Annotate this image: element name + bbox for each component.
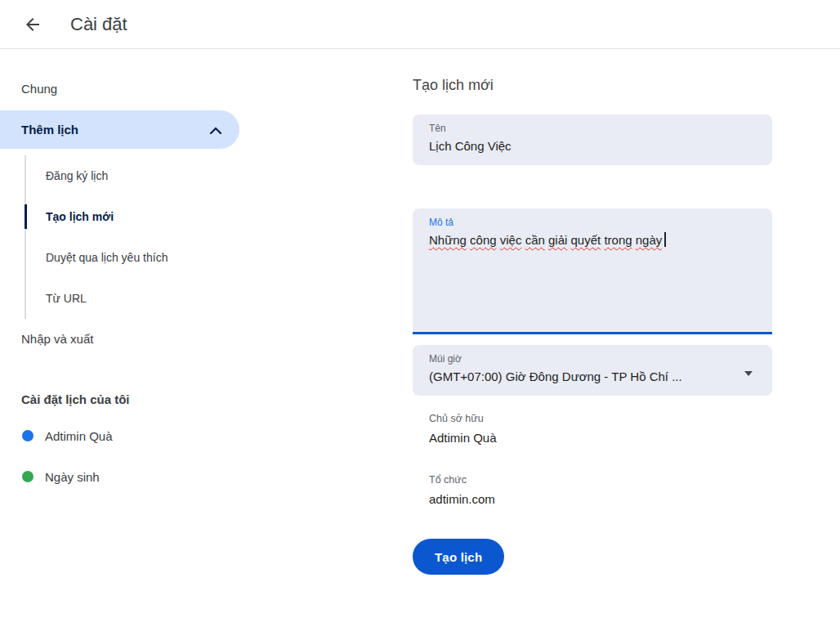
form-title: Tạo lịch mới xyxy=(413,77,772,94)
sidebar-item-import-export[interactable]: Nhập và xuất xyxy=(0,319,413,358)
description-field-value: Những công việc cần giải quyết trong ngà… xyxy=(429,231,756,249)
header: Cài đặt xyxy=(0,0,840,49)
calendar-label: Adtimin Quà xyxy=(45,429,113,443)
back-arrow-glyph xyxy=(23,15,42,34)
sidebar-item-calendar-ngay-sinh[interactable]: Ngày sinh xyxy=(0,456,413,497)
timezone-field-label: Múi giờ xyxy=(429,352,756,365)
sidebar: Chung Thêm lịch Đăng ký lịch Tạo lịch mớ… xyxy=(0,49,413,575)
owner-value: Adtimin Quà xyxy=(429,430,772,446)
calendar-color-dot-green xyxy=(22,471,34,482)
organization-label: Tổ chức xyxy=(429,473,772,487)
owner-field: Chủ sở hữu Adtimin Quà xyxy=(413,412,772,446)
sidebar-subitem-from-url[interactable]: Từ URL xyxy=(26,278,413,319)
organization-value: adtimin.com xyxy=(429,491,772,508)
add-calendar-submenu: Đăng ký lịch Tạo lịch mới Duyệt qua lịch… xyxy=(25,155,413,319)
sidebar-subitem-browse-calendars[interactable]: Duyệt qua lịch yêu thích xyxy=(26,237,413,278)
sidebar-subitem-create-new-calendar[interactable]: Tạo lịch mới xyxy=(26,196,413,237)
sidebar-item-general[interactable]: Chung xyxy=(0,69,413,108)
calendar-color-dot-blue xyxy=(22,430,34,441)
create-calendar-button[interactable]: Tạo lịch xyxy=(413,539,504,575)
sidebar-item-calendar-adtimin-qua[interactable]: Adtimin Quà xyxy=(0,415,413,456)
name-field[interactable]: Tên Lịch Công Việc xyxy=(413,114,772,165)
timezone-field[interactable]: Múi giờ (GMT+07:00) Giờ Đông Dương - TP … xyxy=(413,345,772,396)
description-field[interactable]: Mô tả Những công việc cần giải quyết tro… xyxy=(413,208,772,334)
my-calendars-section-header: Cài đặt lịch của tôi xyxy=(0,383,413,415)
calendar-label: Ngày sinh xyxy=(45,470,100,484)
sidebar-item-add-calendar[interactable]: Thêm lịch xyxy=(0,110,239,149)
timezone-field-value: (GMT+07:00) Giờ Đông Dương - TP Hồ Chí .… xyxy=(429,368,756,386)
page-title: Cài đặt xyxy=(70,14,127,35)
name-field-label: Tên xyxy=(429,122,756,135)
create-calendar-form: Tạo lịch mới Tên Lịch Công Việc Mô tả Nh… xyxy=(413,49,772,575)
organization-field: Tổ chức adtimin.com xyxy=(413,473,772,508)
owner-label: Chủ sở hữu xyxy=(429,412,772,426)
chevron-up-icon xyxy=(210,123,221,137)
description-field-label: Mô tả xyxy=(429,216,756,229)
calendar-settings-page: Cài đặt Chung Thêm lịch Đăng ký lịch Tạo… xyxy=(0,0,840,575)
text-cursor xyxy=(664,232,666,247)
content: Chung Thêm lịch Đăng ký lịch Tạo lịch mớ… xyxy=(0,49,840,575)
name-field-value: Lịch Công Việc xyxy=(429,137,756,155)
back-arrow-icon[interactable] xyxy=(23,15,42,34)
add-calendar-label: Thêm lịch xyxy=(21,123,78,137)
dropdown-caret-icon xyxy=(744,371,753,376)
sidebar-subitem-subscribe-calendar[interactable]: Đăng ký lịch xyxy=(26,155,413,196)
